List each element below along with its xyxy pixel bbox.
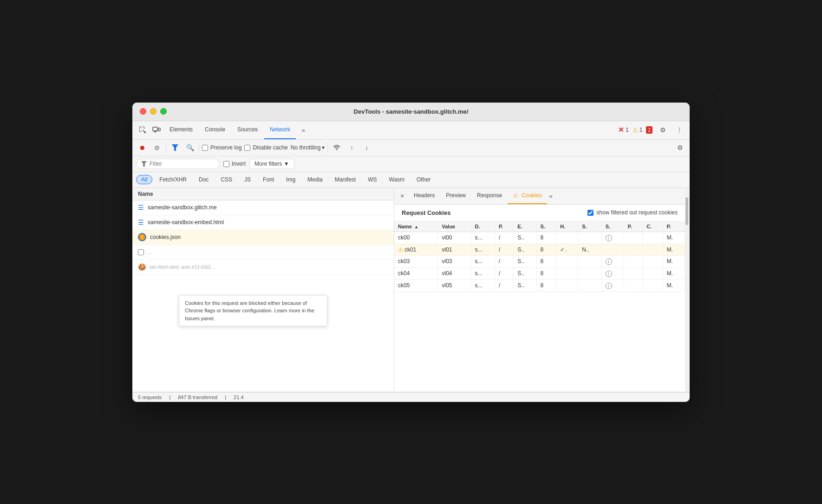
network-settings-button[interactable]: ⚙ — [674, 142, 686, 154]
col-p[interactable]: P. — [495, 221, 513, 232]
divider1 — [166, 143, 166, 152]
col-value[interactable]: Value — [438, 221, 471, 232]
list-item-cookies-json[interactable]: ! cookies.json Cookies for this request … — [132, 230, 394, 245]
type-btn-js[interactable]: JS — [239, 175, 256, 184]
list-item[interactable]: ... — [132, 245, 394, 260]
preserve-log-checkbox[interactable] — [202, 145, 208, 151]
col-s2[interactable]: S. — [578, 221, 601, 232]
info-icon[interactable]: i — [606, 271, 612, 277]
filter-button[interactable] — [169, 142, 181, 154]
type-btn-all[interactable]: All — [136, 175, 152, 184]
throttle-select[interactable]: No throttling ▾ — [291, 144, 325, 151]
more-menu-icon[interactable]: ⋮ — [673, 123, 686, 136]
col-d[interactable]: D. — [471, 221, 495, 232]
col-name[interactable]: Name ▲ — [394, 221, 438, 232]
close-button[interactable] — [140, 108, 146, 115]
wifi-icon[interactable] — [331, 142, 343, 154]
more-tabs-button[interactable]: » — [297, 123, 310, 136]
cookie-value: vl05 — [438, 279, 471, 291]
cookies-content: Request Cookies show filtered out reques… — [394, 205, 685, 392]
search-button[interactable]: 🔍 — [184, 142, 196, 154]
badge-group: ✕ 1 ⚠ 1 2 ⚙ ⋮ — [618, 123, 686, 136]
type-btn-ws[interactable]: WS — [363, 175, 382, 184]
device-icon[interactable] — [150, 123, 163, 136]
type-btn-manifest[interactable]: Manifest — [330, 175, 361, 184]
type-btn-other[interactable]: Other — [411, 175, 436, 184]
tab-preview[interactable]: Preview — [440, 188, 471, 205]
disable-cache-checkbox[interactable] — [244, 145, 250, 151]
col-e[interactable]: E. — [514, 221, 536, 232]
invert-checkbox[interactable] — [223, 161, 229, 167]
devtools-body: Elements Console Sources Network » ✕ 1 ⚠ — [132, 121, 690, 402]
img-icon: 🍪 — [138, 263, 146, 271]
col-h[interactable]: H. — [556, 221, 578, 232]
svg-rect-6 — [153, 127, 157, 131]
cursor-icon[interactable] — [136, 123, 149, 136]
file-list: Name ☰ samesite-sandbox.glitch.me ☰ same… — [132, 188, 394, 392]
traffic-lights — [140, 108, 167, 115]
col-p2[interactable]: P. — [624, 221, 642, 232]
svg-rect-1 — [139, 127, 140, 129]
type-btn-doc[interactable]: Doc — [194, 175, 214, 184]
devtools-window: DevTools - samesite-sandbox.glitch.me/ — [132, 103, 690, 402]
list-item[interactable]: ☰ samesite-sandbox-embed.html — [132, 215, 394, 230]
type-btn-css[interactable]: CSS — [215, 175, 237, 184]
tab-headers[interactable]: Headers — [408, 188, 440, 205]
type-btn-media[interactable]: Media — [302, 175, 328, 184]
type-btn-fetch-xhr[interactable]: Fetch/XHR — [154, 175, 192, 184]
table-row[interactable]: ck05 vl05 s... / S.. 8 i — [394, 279, 685, 291]
info-icon[interactable]: i — [606, 283, 612, 289]
disable-cache-label[interactable]: Disable cache — [244, 144, 287, 151]
tab-elements[interactable]: Elements — [164, 121, 198, 139]
import-button[interactable]: ↑ — [346, 142, 358, 154]
tab-sources[interactable]: Sources — [232, 121, 263, 139]
close-panel-button[interactable]: × — [396, 190, 408, 202]
type-btn-wasm[interactable]: Wasm — [384, 175, 410, 184]
col-c[interactable]: C. — [643, 221, 663, 232]
table-row[interactable]: ck03 vl03 s... / S.. 8 i — [394, 255, 685, 267]
table-row[interactable]: ck04 vl04 s... / S.. 8 i — [394, 267, 685, 279]
status-bar: 5 requests | 847 B transferred | 21.4 — [132, 392, 690, 402]
list-checkbox[interactable] — [138, 249, 144, 255]
tooltip: Cookies for this request are blocked eit… — [179, 295, 327, 327]
tab-console[interactable]: Console — [199, 121, 231, 139]
tab-cookies[interactable]: ⚠ Cookies — [508, 188, 547, 205]
cookie-warn-icon: ⚠ — [398, 246, 403, 253]
maximize-button[interactable] — [160, 108, 167, 115]
filter-bar: Invert More filters ▼ — [132, 156, 690, 172]
more-detail-tabs-button[interactable]: » — [547, 193, 554, 200]
scroll-thumb[interactable] — [685, 197, 688, 225]
stop-recording-button[interactable]: ⏺ — [136, 142, 148, 154]
info-icon[interactable]: i — [606, 258, 612, 265]
more-filters-button[interactable]: More filters ▼ — [249, 159, 294, 169]
table-row[interactable]: ck00 vl00 s... / S.. 8 i — [394, 232, 685, 244]
type-btn-font[interactable]: Font — [258, 175, 279, 184]
window-title: DevTools - samesite-sandbox.glitch.me/ — [354, 108, 469, 115]
list-item[interactable]: 🍪 sec-fetch-dest: auto e13 d3d2... — [132, 260, 394, 275]
clear-button[interactable]: ⊘ — [151, 142, 163, 154]
settings-icon[interactable]: ⚙ — [656, 123, 669, 136]
requests-count: 5 requests — [138, 394, 162, 400]
invert-label[interactable]: Invert — [223, 161, 246, 167]
cookies-warn-icon: ⚠ — [513, 192, 518, 199]
preserve-log-label[interactable]: Preserve log — [202, 144, 241, 151]
list-item[interactable]: ☰ samesite-sandbox.glitch.me — [132, 200, 394, 215]
tab-network[interactable]: Network — [264, 121, 296, 139]
info-icon[interactable]: i — [606, 235, 612, 241]
show-filtered-checkbox[interactable] — [587, 210, 594, 216]
col-s3[interactable]: S. — [601, 221, 624, 232]
table-row[interactable]: ⚠ck01 vl01 s... / S.. 8 ✓. N.. — [394, 244, 685, 255]
show-filtered-cookies-group: show filtered out request cookies — [587, 209, 678, 216]
col-s[interactable]: S. — [536, 221, 556, 232]
svg-rect-3 — [144, 127, 144, 129]
type-btn-img[interactable]: Img — [281, 175, 300, 184]
col-p3[interactable]: P. — [663, 221, 685, 232]
cookie-value: vl04 — [438, 267, 471, 279]
export-button[interactable]: ↓ — [360, 142, 372, 154]
filter-input[interactable] — [150, 161, 215, 167]
scrollbar[interactable] — [685, 188, 690, 392]
cookie-value: vl03 — [438, 255, 471, 267]
tab-response[interactable]: Response — [471, 188, 508, 205]
minimize-button[interactable] — [150, 108, 157, 115]
doc-icon: ☰ — [138, 219, 144, 226]
